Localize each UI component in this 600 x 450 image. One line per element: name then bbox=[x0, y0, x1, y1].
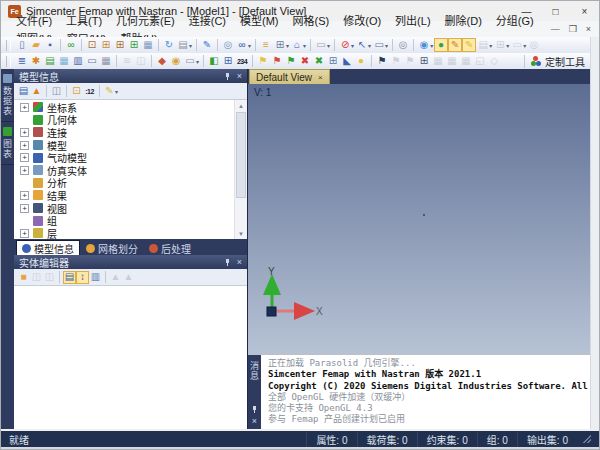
paste-disabled-icon[interactable]: ◫ bbox=[30, 271, 43, 284]
triangle-ruler-icon[interactable]: ◣ bbox=[340, 54, 354, 68]
menu-item-10[interactable]: 分组(G) bbox=[489, 15, 541, 27]
dropdown-arrow-icon[interactable]: ▾ bbox=[196, 58, 199, 65]
window-disabled-icon[interactable]: ▭ bbox=[510, 38, 524, 52]
import-model-icon[interactable]: ⊡ bbox=[85, 38, 99, 52]
flag-disabled-1-icon[interactable]: ⚑ bbox=[389, 54, 403, 68]
layout-disabled-icon[interactable]: ◱ bbox=[473, 54, 487, 68]
sort-toggle-icon[interactable]: ↕ bbox=[76, 271, 89, 284]
scroll-up-icon[interactable]: ▲ bbox=[235, 100, 247, 111]
calendar-panel-icon[interactable]: ▦ bbox=[99, 54, 113, 68]
close-icon[interactable]: × bbox=[237, 258, 242, 267]
measure-disabled-icon[interactable]: ≋ bbox=[120, 54, 134, 68]
highlight-mode-icon[interactable]: ✎ bbox=[462, 38, 476, 52]
dropdown-arrow-icon[interactable]: ▾ bbox=[286, 42, 289, 49]
export-model-icon[interactable]: ⊞ bbox=[113, 38, 127, 52]
expand-icon[interactable]: + bbox=[20, 141, 29, 150]
mark-red-x-icon[interactable]: ✖ bbox=[298, 54, 312, 68]
expand-icon[interactable]: + bbox=[20, 128, 29, 137]
zoom-tool-icon[interactable]: ◉ bbox=[417, 38, 431, 52]
point-mode-icon[interactable]: ● bbox=[434, 38, 448, 52]
view-tab-default[interactable]: Default View × bbox=[249, 69, 330, 84]
grid-disabled-3-icon[interactable]: ▦ bbox=[459, 54, 473, 68]
copy-picture-icon[interactable]: ▦ bbox=[141, 38, 155, 52]
expand-icon[interactable]: + bbox=[20, 166, 29, 175]
edit-mode-icon[interactable]: ✎ bbox=[448, 38, 462, 52]
pin-icon[interactable] bbox=[224, 72, 231, 81]
mesh-plus-icon[interactable]: ⊞ bbox=[326, 54, 340, 68]
close-button[interactable]: × bbox=[570, 1, 599, 21]
circle-disabled-icon[interactable]: ◎ bbox=[527, 38, 541, 52]
grid-disabled-1-icon[interactable]: ▦ bbox=[431, 54, 445, 68]
circle-select-icon[interactable]: ◎ bbox=[396, 38, 410, 52]
messages-tab[interactable]: 消息 bbox=[248, 361, 261, 381]
expand-icon[interactable]: + bbox=[20, 204, 29, 213]
tree-scrollbar[interactable]: ▲ ▼ bbox=[234, 100, 247, 239]
print-icon[interactable]: ▤ bbox=[176, 38, 190, 52]
grid-active-icon[interactable]: ⊞ bbox=[417, 54, 431, 68]
tab-data-table[interactable]: 数据表 bbox=[1, 69, 14, 122]
pin-icon[interactable] bbox=[224, 258, 231, 267]
entity-checklist-icon[interactable]: ▤ bbox=[17, 85, 30, 98]
settings-gear-icon[interactable]: ✱ bbox=[29, 54, 43, 68]
close-icon[interactable]: × bbox=[252, 417, 257, 426]
mdi-minimize-icon[interactable]: — bbox=[551, 24, 560, 34]
link-tool-icon[interactable]: ∞ bbox=[235, 38, 249, 52]
dropdown-arrow-icon[interactable]: ▾ bbox=[303, 42, 306, 49]
box-select-icon[interactable]: ▭ bbox=[372, 38, 386, 52]
push-up-disabled-icon[interactable]: ▲ bbox=[109, 271, 122, 284]
dropdown-arrow-icon[interactable]: ▾ bbox=[351, 42, 354, 49]
dropdown-arrow-icon[interactable]: ▾ bbox=[189, 42, 192, 49]
copy-disabled-icon[interactable]: ▤ bbox=[476, 38, 490, 52]
tab-charting[interactable]: 图表 bbox=[1, 122, 14, 165]
group-view-icon[interactable]: ▥ bbox=[89, 271, 102, 284]
hex-disabled-icon[interactable]: ◇ bbox=[487, 54, 501, 68]
pin-icon[interactable] bbox=[251, 405, 258, 414]
render-3d-icon[interactable]: ◆ bbox=[155, 54, 169, 68]
save-file-icon[interactable]: ▪ bbox=[43, 38, 57, 52]
expand-icon[interactable]: + bbox=[20, 191, 29, 200]
list-view-icon[interactable]: ▤ bbox=[63, 271, 76, 284]
dropdown-arrow-icon[interactable]: ▾ bbox=[327, 42, 330, 49]
grid-disabled-2-icon[interactable]: ▦ bbox=[445, 54, 459, 68]
graphics-viewport[interactable]: V: 1 Y X bbox=[248, 84, 591, 355]
mdi-close-icon[interactable]: × bbox=[586, 24, 591, 34]
customize-tools-button[interactable]: 定制工具 bbox=[524, 55, 591, 68]
flag-green-icon[interactable]: ⚑ bbox=[284, 54, 298, 68]
mark-green-x-icon[interactable]: ✖ bbox=[312, 54, 326, 68]
tab-model-info[interactable]: 模型信息 bbox=[16, 240, 80, 255]
tab-postprocessing[interactable]: 后处理 bbox=[144, 241, 196, 255]
monitor-window-icon[interactable]: ▭ bbox=[183, 54, 197, 68]
select-cursor-icon[interactable]: ↖ bbox=[355, 38, 369, 52]
toolbar-grip[interactable] bbox=[6, 56, 11, 67]
dropdown-arrow-icon[interactable]: ▾ bbox=[115, 88, 118, 95]
grid-tool-icon[interactable]: ⊞ bbox=[273, 38, 287, 52]
tab-meshing[interactable]: 网格划分 bbox=[81, 241, 143, 255]
menu-item-9[interactable]: 删除(D) bbox=[438, 15, 489, 27]
entity-editor-panel-icon[interactable]: ▭ bbox=[85, 54, 99, 68]
menu-item-4[interactable]: 连接(C) bbox=[182, 15, 233, 27]
resize-grip[interactable] bbox=[583, 435, 591, 443]
selector-off-icon[interactable]: ⊘ bbox=[338, 38, 352, 52]
dropdown-arrow-icon[interactable]: ▾ bbox=[248, 42, 251, 49]
entity-editor-body[interactable] bbox=[14, 286, 247, 429]
count-badge-icon[interactable]: :12 bbox=[83, 85, 96, 98]
menu-item-1[interactable]: 文件(F) bbox=[9, 15, 59, 27]
load-entities-icon[interactable]: ▲ bbox=[30, 85, 43, 98]
import-geometry-icon[interactable]: ∞ bbox=[64, 38, 78, 52]
mesh-grid-icon[interactable]: ⊞ bbox=[221, 54, 235, 68]
menu-item-8[interactable]: 列出(L) bbox=[388, 15, 437, 27]
expand-icon[interactable]: + bbox=[20, 153, 29, 162]
grid-disabled-icon[interactable]: ⊞ bbox=[493, 38, 507, 52]
toolbar-grip[interactable] bbox=[6, 40, 11, 51]
data-table-panel-icon[interactable]: ▥ bbox=[71, 54, 85, 68]
menu-item-6[interactable]: 网格(S) bbox=[286, 15, 337, 27]
expand-icon[interactable]: + bbox=[20, 103, 29, 112]
tree-item-layers[interactable]: +层 bbox=[14, 227, 235, 239]
message-log[interactable]: 正在加载 Parasolid 几何引擎...Simcenter Femap wi… bbox=[261, 355, 591, 429]
update-box-icon[interactable]: ⊡ bbox=[70, 85, 83, 98]
copy-disabled-icon[interactable]: ◫ bbox=[43, 271, 56, 284]
mdi-restore-icon[interactable]: ❒ bbox=[569, 24, 577, 34]
menu-item-2[interactable]: 工具(T) bbox=[59, 15, 109, 27]
charting-panel-icon[interactable]: ▤ bbox=[43, 54, 57, 68]
scroll-down-icon[interactable]: ▼ bbox=[235, 228, 247, 239]
